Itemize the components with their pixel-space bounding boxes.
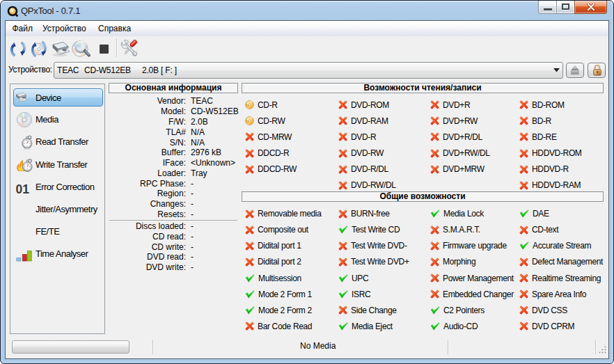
svg-text:01: 01 [16,182,29,196]
